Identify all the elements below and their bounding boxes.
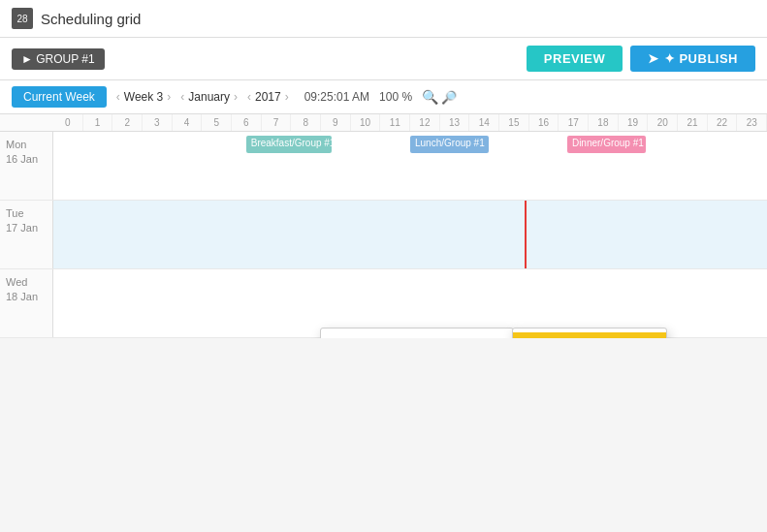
time-cell-9: 9 [321,114,351,131]
year-nav: ‹ 2017 › [247,90,289,104]
zoom-controls: 🔍 🔎 [422,89,457,105]
day-label-wed: Wed 18 Jan [0,269,53,337]
time-cell-10: 10 [351,114,381,131]
page-title: Scheduling grid [41,11,141,27]
publish-button[interactable]: ➤ ✦ PUBLISH [630,46,755,72]
time-cell-0: 0 [53,114,83,131]
week-next-arrow[interactable]: › [167,90,171,104]
time-cell-15: 15 [499,114,529,131]
time-cell-21: 21 [678,114,708,131]
time-cell-11: 11 [380,114,410,131]
current-time-line [525,201,527,268]
current-week-button[interactable]: Current Week [12,86,107,108]
table-row: Mon 16 Jan Breakfast/Group #1 Lunch/Grou… [0,132,767,201]
time-display: 09:25:01 AM [304,90,369,104]
week-prev-arrow[interactable]: ‹ [116,90,120,104]
month-label: January [188,90,230,104]
year-label: 2017 [255,90,281,104]
time-cell-6: 6 [232,114,262,131]
time-cell-8: 8 [291,114,321,131]
month-nav: ‹ January › [180,90,238,104]
submenu-item-current-day[interactable]: Current Day [513,332,666,338]
mon-row-content: Breakfast/Group #1 Lunch/Group #1 Dinner… [53,132,767,200]
lunch-event[interactable]: Lunch/Group #1 [410,136,489,153]
time-cell-19: 19 [619,114,649,131]
preview-button[interactable]: PREVIEW [527,46,623,72]
time-cell-7: 7 [262,114,292,131]
time-cell-4: 4 [173,114,203,131]
time-header: 01234567891011121314151617181920212223 [0,114,767,132]
week-nav: ‹ Week 3 › [116,90,171,104]
top-bar: 28 Scheduling grid [0,0,767,38]
time-cell-23: 23 [737,114,767,131]
tue-row-content [53,201,767,268]
time-cell-16: 16 [529,114,559,131]
day-label-tue: Tue 17 Jan [0,201,53,268]
scheduling-grid: 01234567891011121314151617181920212223 M… [0,114,767,338]
group-badge[interactable]: ► GROUP #1 [12,48,105,70]
context-menu-item-preview[interactable]: Preview [321,332,513,338]
zoom-out-icon[interactable]: 🔎 [441,90,457,105]
zoom-in-icon[interactable]: 🔍 [422,89,438,105]
time-cell-22: 22 [708,114,738,131]
time-cell-12: 12 [410,114,440,131]
duplicate-submenu: Current Day Current Week [512,328,667,338]
time-cell-14: 14 [469,114,499,131]
action-bar: ► GROUP #1 PREVIEW ➤ ✦ PUBLISH [0,38,767,80]
context-menu: Preview New Copy Duplicate › Remove › Pa… [320,328,514,338]
publish-label: ✦ PUBLISH [664,51,738,66]
week-label: Week 3 [124,90,163,104]
day-label-mon: Mon 16 Jan [0,132,53,200]
table-row: Tue 17 Jan [0,201,767,269]
time-cell-1: 1 [83,114,113,131]
nav-bar: Current Week ‹ Week 3 › ‹ January › ‹ 20… [0,80,767,114]
action-buttons: PREVIEW ➤ ✦ PUBLISH [527,46,755,72]
time-cell-13: 13 [440,114,470,131]
year-prev-arrow[interactable]: ‹ [247,90,251,104]
time-cell-20: 20 [648,114,678,131]
time-cell-18: 18 [589,114,619,131]
year-next-arrow[interactable]: › [285,90,289,104]
month-next-arrow[interactable]: › [234,90,238,104]
time-cell-17: 17 [559,114,589,131]
zoom-percent: 100 % [379,90,412,104]
month-prev-arrow[interactable]: ‹ [180,90,184,104]
time-cell-3: 3 [143,114,173,131]
time-cell-5: 5 [202,114,232,131]
publish-icon: ➤ [648,51,659,66]
grid-body: Mon 16 Jan Breakfast/Group #1 Lunch/Grou… [0,132,767,338]
time-cell-2: 2 [112,114,143,131]
dinner-event[interactable]: Dinner/Group #1 [567,136,646,153]
breakfast-event[interactable]: Breakfast/Group #1 [246,136,332,153]
calendar-icon: 28 [12,8,33,29]
